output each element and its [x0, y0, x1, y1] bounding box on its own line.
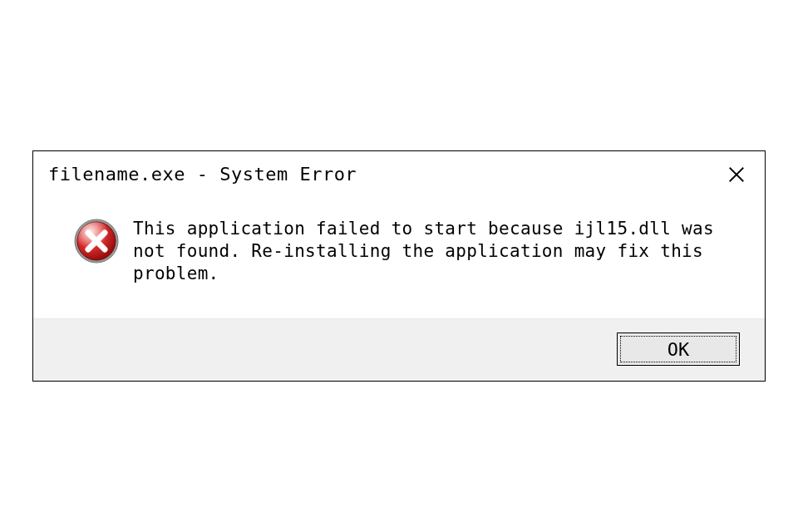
dialog-title: filename.exe - System Error: [48, 164, 357, 185]
ok-button[interactable]: OK: [617, 332, 740, 366]
button-bar: OK: [33, 318, 765, 381]
error-icon: [73, 218, 120, 264]
error-dialog: filename.exe - System Error: [32, 150, 766, 382]
ok-button-label: OK: [620, 336, 736, 362]
titlebar: filename.exe - System Error: [33, 151, 765, 196]
error-message: This application failed to start because…: [133, 216, 723, 286]
close-icon: [727, 165, 746, 184]
dialog-content: This application failed to start because…: [33, 196, 765, 319]
close-button[interactable]: [723, 161, 750, 188]
